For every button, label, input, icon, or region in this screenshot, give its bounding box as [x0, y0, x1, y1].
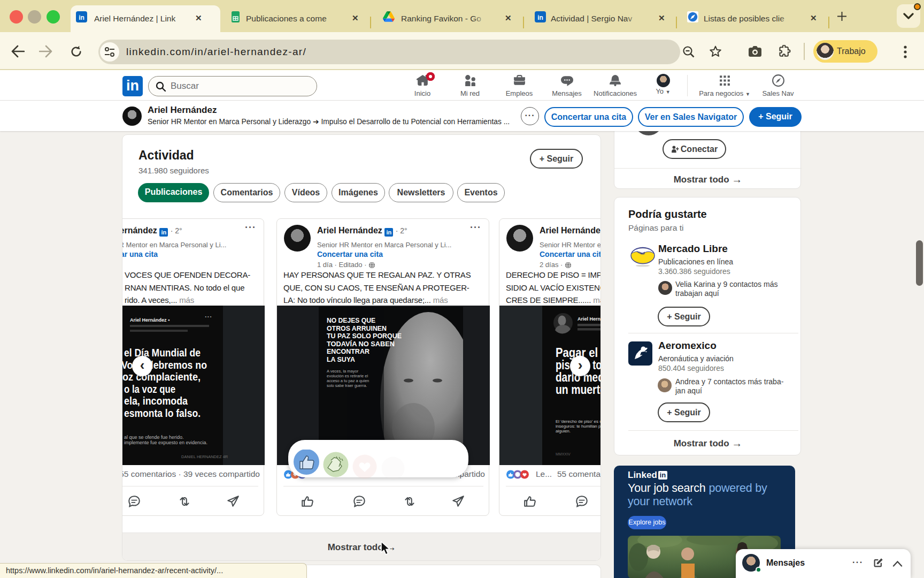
svg-text:LA SUYA: LA SUYA: [327, 355, 355, 363]
svg-text:Ariel Herna: Ariel Herna: [578, 316, 601, 322]
svg-text:El 'derecho de piso' es un: El 'derecho de piso' es un: [556, 419, 601, 424]
svg-text:acceso a tu paz a quien: acceso a tu paz a quien: [327, 378, 369, 383]
svg-text:implemente fue expuesto en evi: implemente fue expuesto en evidencia.: [124, 440, 207, 445]
svg-text:NO DEJES QUE: NO DEJES QUE: [327, 316, 375, 324]
svg-text:A veces, la mayor: A veces, la mayor: [327, 369, 359, 374]
svg-text:o la voz que: o la voz que: [124, 383, 175, 395]
svg-text:inseguros: te humillan p: inseguros: te humillan p: [556, 424, 601, 429]
svg-text:MMXXIV: MMXXIV: [556, 452, 571, 456]
svg-text:TODAVÍA NO SABEN: TODAVÍA NO SABEN: [327, 340, 395, 348]
svg-text:TU PAZ SOLO PORQUE: TU PAZ SOLO PORQUE: [327, 332, 402, 340]
svg-text:solo sabe traer guerra.: solo sabe traer guerra.: [327, 383, 367, 388]
svg-text:in: in: [537, 14, 543, 21]
svg-text:alguien.: alguien.: [556, 429, 571, 434]
svg-text:ENCONTRAR: ENCONTRAR: [327, 347, 369, 355]
svg-text:esmonta lo falso.: esmonta lo falso.: [124, 407, 201, 419]
svg-text:...: ...: [205, 311, 212, 319]
svg-text:ela, incomoda: ela, incomoda: [124, 394, 188, 407]
svg-text:OTROS ARRUINEN: OTROS ARRUINEN: [327, 324, 387, 332]
svg-text:DANIEL HERNANDEZ 4R: DANIEL HERNANDEZ 4R: [181, 454, 228, 459]
svg-text:al que se ofende fue herido.: al que se ofende fue herido.: [124, 435, 184, 440]
svg-text:in: in: [79, 14, 84, 21]
svg-text:un muerto: un muerto: [556, 382, 601, 397]
svg-text:evolución es retirarle el: evolución es retirarle el: [327, 374, 368, 378]
svg-text:Ariel Hernández ▪: Ariel Hernández ▪: [130, 317, 170, 323]
svg-text:el Día Mundial de: el Día Mundial de: [124, 346, 201, 359]
